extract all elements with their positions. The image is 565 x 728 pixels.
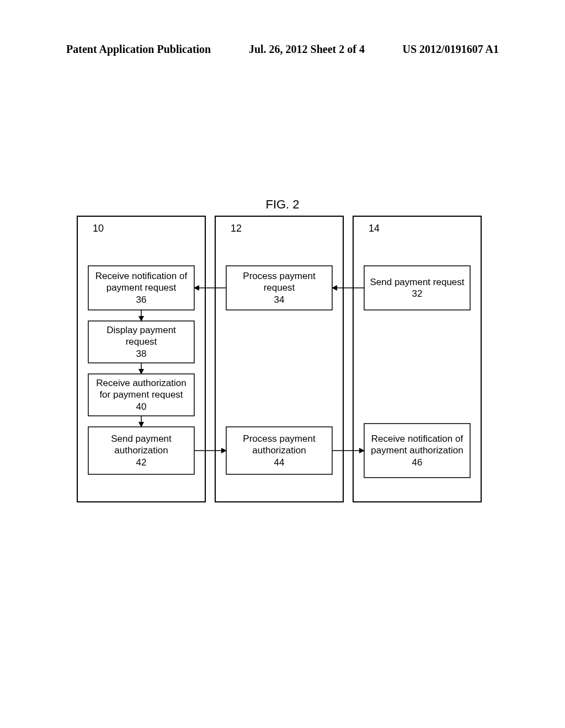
header-center: Jul. 26, 2012 Sheet 2 of 4	[249, 43, 365, 56]
box-40-num: 40	[92, 401, 191, 413]
header-right: US 2012/0191607 A1	[403, 43, 499, 56]
lane-12-label: 12	[220, 221, 253, 236]
box-44-num: 44	[230, 457, 329, 468]
box-34-content: Process payment request 34	[226, 266, 332, 310]
box-42-content: Send payment authorization 42	[88, 427, 194, 474]
box-46-text: Receive notification of payment authoriz…	[367, 433, 467, 457]
box-44-content: Process payment authorization 44	[226, 427, 332, 474]
figure-title: FIG. 2	[0, 197, 565, 212]
box-44-text: Process payment authorization	[230, 433, 329, 457]
diagram-svg: 10 12 14 Receive notification of payment…	[77, 216, 488, 502]
box-38-num: 38	[92, 348, 191, 360]
lane-10-label: 10	[82, 221, 115, 236]
box-32-num: 32	[370, 288, 464, 299]
flow-diagram: 10 12 14 Receive notification of payment…	[77, 216, 488, 502]
box-34-text: Process payment request	[230, 270, 329, 294]
box-46-num: 46	[367, 457, 467, 468]
box-42-text: Send payment authorization	[92, 433, 191, 457]
box-36-content: Receive notification of payment request …	[88, 266, 194, 310]
box-32-text: Send payment request	[370, 276, 464, 288]
box-36-text: Receive notification of payment request	[92, 270, 191, 294]
box-40-content: Receive authorization for payment reques…	[88, 374, 194, 416]
box-38-text: Display payment request	[92, 324, 191, 348]
box-32-content: Send payment request 32	[364, 266, 470, 310]
box-46-content: Receive notification of payment authoriz…	[364, 424, 470, 478]
box-40-text: Receive authorization for payment reques…	[92, 377, 191, 401]
page-header: Patent Application Publication Jul. 26, …	[66, 43, 499, 56]
box-36-num: 36	[92, 294, 191, 306]
header-left: Patent Application Publication	[66, 43, 211, 56]
box-42-num: 42	[92, 457, 191, 468]
lane-14-label: 14	[358, 221, 391, 236]
box-38-content: Display payment request 38	[88, 321, 194, 363]
box-34-num: 34	[230, 294, 329, 306]
